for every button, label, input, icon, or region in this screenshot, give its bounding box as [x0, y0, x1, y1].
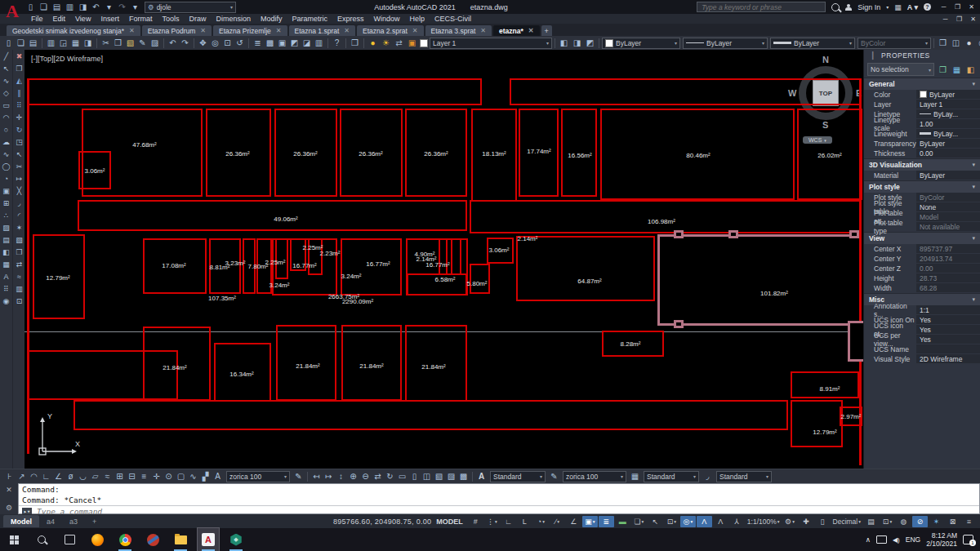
mleader-icon[interactable]: ⊕: [347, 471, 359, 482]
taskbar-task-view[interactable]: [59, 528, 80, 551]
clean-screen-icon[interactable]: ⊠: [945, 516, 960, 527]
plot-icon[interactable]: ▥: [45, 38, 57, 49]
isolate-objects-icon[interactable]: ⊘: [912, 516, 928, 527]
chamfer-icon[interactable]: ◞: [13, 197, 25, 209]
units-icon-icon[interactable]: ▯: [815, 516, 831, 527]
property-value[interactable]: Yes: [916, 325, 980, 335]
tab-close-icon[interactable]: ✕: [129, 27, 135, 34]
mtext-icon[interactable]: A: [0, 270, 12, 282]
drawing-canvas[interactable]: [-][Top][2D Wireframe] N S W E TOP WCS ▾: [24, 50, 863, 469]
file-tab[interactable]: Etazna 1.sprat✕: [289, 25, 356, 36]
move-icon[interactable]: ✛: [13, 111, 25, 123]
diameter-icon[interactable]: ø: [65, 471, 77, 482]
layer-dropdown[interactable]: Layer 1 ▾: [430, 38, 552, 49]
undo-icon[interactable]: ↶: [90, 2, 102, 13]
menu-express[interactable]: Express: [332, 14, 369, 24]
property-value[interactable]: ByLay...: [916, 129, 980, 139]
property-value[interactable]: Not available: [916, 222, 980, 232]
construction-line-icon[interactable]: ↖: [0, 62, 12, 74]
sign-in-link[interactable]: Sign In: [858, 3, 880, 11]
scale-value-icon[interactable]: 1:1/100%▾: [746, 516, 782, 527]
snap-mode-icon[interactable]: ⋮▾: [484, 516, 500, 527]
angular-icon[interactable]: ∠: [52, 471, 65, 482]
taskbar-shield-app[interactable]: ◆: [225, 528, 247, 551]
copy-clip-icon[interactable]: ❐: [112, 38, 124, 49]
property-value[interactable]: ByLay...: [916, 109, 980, 119]
app-store-icon[interactable]: ▦: [894, 3, 902, 11]
layer-thaw-sun-icon[interactable]: ☀: [380, 38, 392, 49]
property-value[interactable]: 895737.97: [916, 244, 980, 254]
make-layer-current-icon[interactable]: ◧: [558, 38, 570, 49]
file-tab[interactable]: Etazna Prizemlje✕: [213, 25, 287, 36]
color-dropdown[interactable]: ByLayer ▾: [602, 38, 680, 49]
taskbar-firefox[interactable]: [87, 528, 108, 551]
mleader-style-icon[interactable]: ◞: [702, 471, 714, 482]
ellipse-icon[interactable]: ◯: [0, 160, 12, 172]
redo-icon[interactable]: ↷: [116, 2, 128, 13]
redo-chevron-icon[interactable]: ▾: [129, 2, 141, 13]
property-value[interactable]: [916, 344, 980, 354]
layout-tab-+[interactable]: +: [85, 515, 104, 527]
dim-break-icon[interactable]: ≡: [138, 471, 150, 482]
layer-unlock-icon[interactable]: ▣: [406, 38, 418, 49]
dynamic-input-icon[interactable]: ⊡▾: [664, 516, 679, 527]
menu-edit[interactable]: Edit: [48, 14, 71, 24]
layout-tab-model[interactable]: Model: [3, 515, 39, 527]
property-value[interactable]: ByLayer: [916, 139, 980, 149]
property-value[interactable]: 204913.74: [916, 254, 980, 264]
room[interactable]: [470, 200, 861, 233]
customization-icon[interactable]: ≡: [961, 516, 977, 527]
etransmit-icon[interactable]: ❐: [349, 38, 361, 49]
hardware-accel-icon[interactable]: ✶: [929, 516, 944, 527]
lock-ui-icon[interactable]: ⊡▾: [880, 516, 895, 527]
help-icon[interactable]: ?: [924, 3, 931, 11]
quick-properties-icon[interactable]: ▤: [863, 516, 879, 527]
pedit-icon[interactable]: ❐: [13, 246, 25, 258]
section-header[interactable]: View▾: [864, 232, 980, 244]
property-value[interactable]: 68.28: [916, 283, 980, 293]
search-box[interactable]: [697, 2, 826, 12]
arc-length-icon[interactable]: ◠: [28, 471, 40, 482]
baseline-icon[interactable]: ≈: [101, 471, 114, 482]
scale-icon[interactable]: ◳: [13, 136, 25, 148]
menu-format[interactable]: Format: [124, 14, 158, 24]
chevron-down-icon[interactable]: ▾: [886, 4, 889, 10]
erase-icon[interactable]: ✖: [13, 50, 25, 62]
property-value[interactable]: 1:1: [916, 305, 980, 315]
linetype-dropdown[interactable]: ByLayer ▾: [683, 38, 768, 49]
match-properties-icon[interactable]: ✎: [136, 38, 149, 49]
taskbar-file-explorer[interactable]: [170, 528, 191, 551]
room[interactable]: [439, 238, 448, 275]
layer-vp-freeze-icon[interactable]: ⇄: [393, 38, 405, 49]
workspace-dropdown[interactable]: ⚙ djole ▾: [145, 2, 236, 13]
search-input[interactable]: [700, 2, 822, 12]
menu-parametric[interactable]: Parametric: [287, 14, 333, 24]
jog-line-icon[interactable]: ∿: [187, 471, 199, 482]
doc-close-button[interactable]: ✕: [966, 14, 980, 24]
menu-insert[interactable]: Insert: [96, 14, 124, 24]
volume-icon[interactable]: ◀): [893, 536, 900, 544]
taskbar-start[interactable]: [3, 528, 24, 551]
dim-space-icon[interactable]: ⊟: [126, 471, 138, 482]
layer-walk-icon[interactable]: ▥: [313, 38, 325, 49]
align-icon[interactable]: ⇄: [13, 258, 25, 270]
taskbar-search[interactable]: [31, 528, 52, 551]
network-icon[interactable]: [876, 535, 887, 544]
dim-text-edit-icon[interactable]: ↦: [323, 471, 335, 482]
dim-style-manager-icon[interactable]: ✎: [292, 471, 305, 482]
layout-tab-a4[interactable]: a4: [39, 515, 62, 527]
section-header[interactable]: 3D Visualization▾: [864, 158, 980, 171]
units-value-icon[interactable]: Decimal▾: [831, 516, 862, 527]
room[interactable]: [516, 236, 655, 301]
new-tab-button[interactable]: +: [541, 25, 552, 36]
infer-constraints-icon[interactable]: ∟: [501, 516, 516, 527]
room[interactable]: [791, 400, 843, 447]
property-value[interactable]: ByColor: [916, 193, 980, 202]
save-as-icon[interactable]: ▥: [64, 2, 76, 13]
make-block-icon[interactable]: ⊞: [0, 197, 12, 209]
viewport-controls-label[interactable]: [-][Top][2D Wireframe]: [31, 55, 103, 63]
model-space-button[interactable]: MODEL: [436, 518, 463, 526]
notification-center-icon[interactable]: 1: [963, 535, 973, 544]
continue-icon[interactable]: ⊞: [114, 471, 126, 482]
field-icon[interactable]: ▯: [408, 471, 421, 482]
